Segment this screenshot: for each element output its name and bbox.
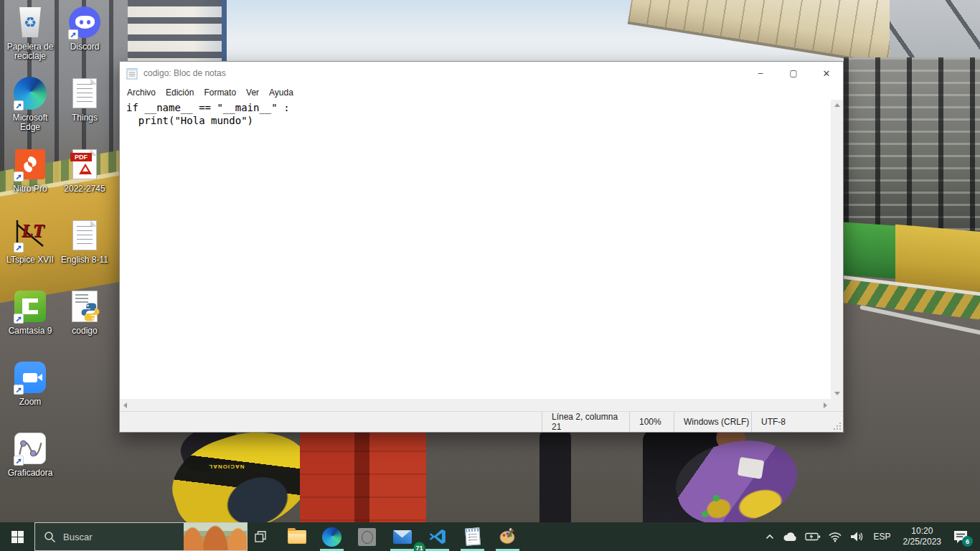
menu-archivo[interactable]: Archivo: [122, 86, 161, 99]
mail-icon: [393, 530, 412, 544]
menu-ver[interactable]: Ver: [241, 86, 264, 99]
desktop-screen: NACIONAL ♻ Papelera de reciclaje ➚ Disco…: [0, 0, 980, 551]
clock-time: 10:20: [903, 526, 941, 537]
taskbar-vscode[interactable]: [420, 522, 455, 551]
tray-language-indicator[interactable]: ESP: [867, 522, 897, 551]
taskbar-edge[interactable]: [314, 522, 349, 551]
statusbar-line-ending: Windows (CRLF): [674, 412, 751, 432]
desktop-icon-codigo[interactable]: codigo: [57, 288, 112, 359]
desktop-icon-camtasia[interactable]: ➚ Camtasia 9: [3, 288, 57, 359]
wallpaper-green-wall: [839, 222, 898, 279]
statusbar-encoding: UTF-8: [751, 412, 843, 432]
file-explorer-icon: [288, 530, 306, 544]
taskbar: Buscar 71: [0, 522, 980, 551]
scroll-right-icon[interactable]: [824, 402, 827, 408]
scroll-left-icon[interactable]: [123, 402, 127, 408]
scroll-down-icon[interactable]: [834, 392, 840, 395]
notification-count-badge: 6: [962, 536, 973, 547]
desktop-icon-label: LTspice XVII: [6, 255, 54, 265]
minimize-button[interactable]: –: [744, 62, 777, 85]
menu-ayuda[interactable]: Ayuda: [264, 86, 298, 99]
wallpaper-helmet-star: [702, 511, 708, 517]
wallpaper-helmet-star: [713, 495, 720, 501]
taskbar-gray-app[interactable]: [349, 522, 385, 551]
task-view-button[interactable]: [248, 522, 273, 551]
close-button[interactable]: ✕: [810, 62, 843, 85]
ltspice-lt-text: LT: [22, 220, 44, 242]
menu-edicion[interactable]: Edición: [161, 86, 199, 99]
python-file-icon: [72, 291, 98, 322]
desktop-icon-label: codigo: [72, 326, 97, 336]
vscode-icon: [428, 527, 447, 546]
desktop-icon-label: Zoom: [19, 397, 42, 407]
cloud-icon: [782, 531, 798, 542]
wallpaper-yellow-wall-right: [895, 225, 980, 293]
desktop-icon-recycle-bin[interactable]: ♻ Papelera de reciclaje: [3, 4, 57, 75]
vertical-scrollbar[interactable]: [831, 100, 843, 399]
text-document-icon: [72, 220, 97, 250]
action-center-button[interactable]: 6: [947, 522, 977, 551]
chevron-up-icon: [765, 532, 775, 541]
desktop-icon-discord[interactable]: ➚ Discord: [57, 4, 112, 75]
wallpaper-building-right: [890, 0, 980, 66]
desktop-icon-label: Nitro Pro: [13, 184, 47, 194]
window-title: codigo: Bloc de notas: [143, 68, 744, 78]
taskbar-search-box[interactable]: Buscar: [34, 522, 248, 551]
shortcut-arrow-icon: ➚: [14, 456, 24, 466]
taskbar-notepad[interactable]: [455, 522, 490, 551]
tray-battery[interactable]: [801, 522, 824, 551]
desktop-icon-microsoft-edge[interactable]: ➚ Microsoft Edge: [3, 75, 57, 146]
tray-wifi[interactable]: [824, 522, 846, 551]
helmet-text: NACIONAL: [208, 463, 244, 470]
desktop-icon-label: Graficadora: [8, 468, 53, 478]
taskbar-apps: 71: [279, 522, 525, 551]
desktop-icon-pdf-2022-2745[interactable]: PDF 2022-2745: [57, 146, 112, 217]
tray-clock[interactable]: 10:20 2/25/2023: [897, 526, 947, 547]
paint-icon: [499, 527, 517, 546]
recycle-bin-icon: ♻: [18, 7, 42, 37]
shortcut-arrow-icon: ➚: [14, 314, 24, 324]
notepad-titlebar[interactable]: codigo: Bloc de notas – ▢ ✕: [120, 62, 843, 85]
taskbar-paint[interactable]: [490, 522, 525, 551]
desktop-icon-label: English 8-11: [61, 255, 108, 265]
desktop-icon-zoom[interactable]: ➚ Zoom: [3, 359, 57, 430]
tray-volume[interactable]: [846, 522, 867, 551]
wallpaper-control-tower: [128, 0, 227, 63]
code-line-1: if __name__ == "__main__" :: [126, 102, 290, 113]
taskbar-file-explorer[interactable]: [279, 522, 314, 551]
menu-formato[interactable]: Formato: [199, 86, 241, 99]
notepad-text-area[interactable]: if __name__ == "__main__" : print("Hola …: [120, 100, 831, 399]
acrobat-mark-icon: [79, 164, 92, 174]
shortcut-arrow-icon: ➚: [68, 29, 78, 39]
task-view-icon: [254, 530, 267, 543]
desktop-icon-grid: ♻ Papelera de reciclaje ➚ Discord ➚ Micr…: [3, 4, 112, 501]
desktop-icon-label: Discord: [70, 42, 100, 52]
horizontal-scrollbar[interactable]: [120, 399, 831, 411]
desktop-icon-graficadora[interactable]: ➚ Graficadora: [3, 430, 57, 501]
taskbar-mail[interactable]: 71: [385, 522, 420, 551]
scroll-up-icon[interactable]: [834, 103, 840, 107]
statusbar-zoom-level: 100%: [629, 412, 674, 432]
maximize-button[interactable]: ▢: [777, 62, 810, 85]
statusbar-line-column: Línea 2, columna 21: [542, 412, 629, 432]
pdf-banner: PDF: [70, 153, 92, 161]
desktop-icon-ltspice[interactable]: LT ➚ LTspice XVII: [3, 217, 57, 288]
tray-chevron-up[interactable]: [761, 522, 778, 551]
speaker-icon: [849, 531, 864, 542]
shortcut-arrow-icon: ➚: [14, 242, 24, 253]
search-decoration-image[interactable]: [184, 523, 247, 550]
edge-icon: [322, 527, 341, 547]
tray-onedrive[interactable]: [778, 522, 801, 551]
desktop-icon-label: Camtasia 9: [9, 326, 52, 336]
desktop-icon-nitro-pro[interactable]: ➚ Nitro Pro: [3, 146, 57, 217]
shortcut-arrow-icon: ➚: [14, 385, 24, 395]
desktop-icon-english-8-11[interactable]: English 8-11: [57, 217, 112, 288]
windows-logo-icon: [11, 531, 24, 543]
desktop-icon-label: Microsoft Edge: [3, 113, 57, 132]
wifi-icon: [828, 532, 842, 542]
start-button[interactable]: [0, 522, 34, 551]
clock-date: 2/25/2023: [903, 537, 941, 547]
resize-grip[interactable]: [833, 422, 842, 430]
shortcut-arrow-icon: ➚: [14, 171, 24, 182]
desktop-icon-things[interactable]: Things: [57, 75, 112, 146]
